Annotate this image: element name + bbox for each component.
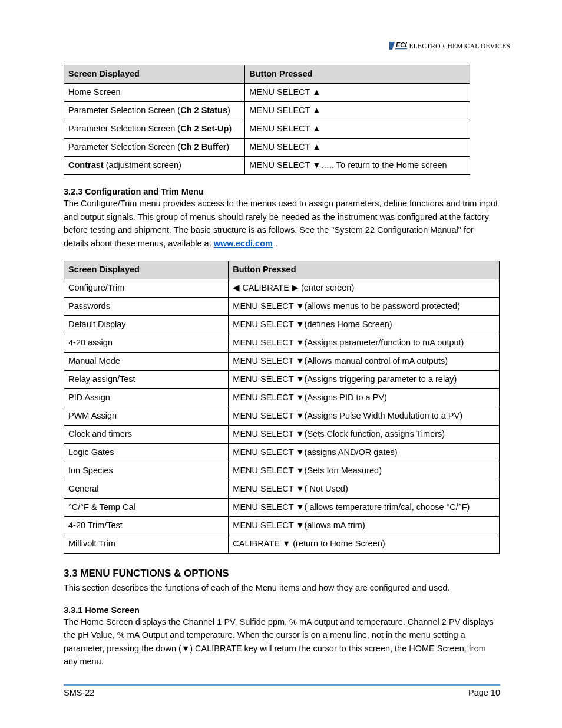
- cell-button: MENU SELECT ▼(Sets Clock function, assig…: [229, 426, 500, 444]
- table1-header-screen: Screen Displayed: [64, 65, 245, 84]
- cell-screen: General: [64, 480, 229, 499]
- cell-button: MENU SELECT ▼(assigns AND/OR gates): [229, 444, 500, 462]
- cell-screen: Contrast (adjustment screen): [64, 157, 245, 175]
- table-configure-trim: Screen Displayed Button Pressed Configur…: [64, 261, 500, 554]
- table-row: Parameter Selection Screen (Ch 2 Set-Up)…: [64, 120, 470, 139]
- cell-button: MENU SELECT ▼(Assigns triggering paramet…: [229, 371, 500, 389]
- cell-button: MENU SELECT ▼….. To return to the Home s…: [245, 157, 470, 175]
- table-row: PID AssignMENU SELECT ▼(Assigns PID to a…: [64, 389, 500, 407]
- cell-screen: Logic Gates: [64, 444, 229, 462]
- cell-button: MENU SELECT ▼(Assigns Pulse Width Modula…: [229, 407, 500, 426]
- para-331: The Home Screen displays the Channel 1 P…: [64, 615, 500, 668]
- cell-screen: PID Assign: [64, 389, 229, 407]
- cell-button: MENU SELECT ▼(Allows manual control of m…: [229, 353, 500, 371]
- brand-logo-icon: ECD: [389, 40, 407, 51]
- cell-screen: Parameter Selection Screen (Ch 2 Set-Up): [64, 120, 245, 139]
- table2-header-screen: Screen Displayed: [64, 261, 229, 279]
- cell-screen: Manual Mode: [64, 353, 229, 371]
- cell-screen: °C/°F & Temp Cal: [64, 499, 229, 517]
- cell-button: MENU SELECT ▼(allows mA trim): [229, 517, 500, 535]
- cell-button: ◀ CALIBRATE ▶ (enter screen): [229, 279, 500, 297]
- table-row: PasswordsMENU SELECT ▼(allows menus to b…: [64, 298, 500, 316]
- link-ecdi[interactable]: www.ecdi.com: [214, 239, 273, 248]
- cell-button: MENU SELECT ▼( Not Used): [229, 480, 500, 499]
- heading-323: 3.2.3 Configuration and Trim Menu: [64, 187, 500, 196]
- table-row: Contrast (adjustment screen) MENU SELECT…: [64, 157, 470, 175]
- cell-button: MENU SELECT ▼(defines Home Screen): [229, 316, 500, 334]
- table1-header-button: Button Pressed: [245, 65, 470, 84]
- para-33: This section describes the functions of …: [64, 581, 500, 594]
- cell-screen: Default Display: [64, 316, 229, 334]
- table-row: Home Screen MENU SELECT ▲: [64, 84, 470, 102]
- svg-rect-0: [389, 42, 395, 50]
- table-row: PWM AssignMENU SELECT ▼(Assigns Pulse Wi…: [64, 407, 500, 426]
- heading-331: 3.3.1 Home Screen: [64, 605, 500, 615]
- table-row: 4-20 assignMENU SELECT ▼(Assigns paramet…: [64, 334, 500, 353]
- cell-screen: Configure/Trim: [64, 279, 229, 297]
- cell-screen: Home Screen: [64, 84, 245, 102]
- cell-button: MENU SELECT ▲: [245, 139, 470, 157]
- cell-screen: Millivolt Trim: [64, 535, 229, 554]
- cell-button: MENU SELECT ▼(Sets Ion Measured): [229, 462, 500, 480]
- cell-screen: Ion Species: [64, 462, 229, 480]
- table-row: °C/°F & Temp CalMENU SELECT ▼( allows te…: [64, 499, 500, 517]
- brand-name: ELECTRO-CHEMICAL DEVICES: [409, 42, 510, 50]
- table-row: Default DisplayMENU SELECT ▼(defines Hom…: [64, 316, 500, 334]
- table-row: Parameter Selection Screen (Ch 2 Status)…: [64, 102, 470, 120]
- cell-screen: Parameter Selection Screen (Ch 2 Buffer): [64, 139, 245, 157]
- table-row: Parameter Selection Screen (Ch 2 Buffer)…: [64, 139, 470, 157]
- svg-text:ECD: ECD: [396, 41, 407, 48]
- cell-screen: 4-20 Trim/Test: [64, 517, 229, 535]
- table-row: Clock and timersMENU SELECT ▼(Sets Clock…: [64, 426, 500, 444]
- cell-screen: 4-20 assign: [64, 334, 229, 353]
- footer-doc-id: SMS-22: [64, 688, 94, 697]
- footer-page-number: Page 10: [468, 688, 500, 697]
- table-row: Ion SpeciesMENU SELECT ▼(Sets Ion Measur…: [64, 462, 500, 480]
- cell-button: MENU SELECT ▼( allows temperature trim/c…: [229, 499, 500, 517]
- cell-button: MENU SELECT ▼(allows menus to be passwor…: [229, 298, 500, 316]
- cell-button: CALIBRATE ▼ (return to Home Screen): [229, 535, 500, 554]
- cell-screen: Passwords: [64, 298, 229, 316]
- table-contrast-menu: Screen Displayed Button Pressed Home Scr…: [64, 65, 470, 175]
- cell-button: MENU SELECT ▲: [245, 120, 470, 139]
- cell-button: MENU SELECT ▲: [245, 84, 470, 102]
- para-323: The Configure/Trim menu provides access …: [64, 197, 500, 250]
- cell-screen: Clock and timers: [64, 426, 229, 444]
- table-row: GeneralMENU SELECT ▼( Not Used): [64, 480, 500, 499]
- cell-button: MENU SELECT ▼(Assigns parameter/function…: [229, 334, 500, 353]
- cell-screen: Relay assign/Test: [64, 371, 229, 389]
- table-row: Configure/Trim◀ CALIBRATE ▶ (enter scree…: [64, 279, 500, 297]
- table-row: 4-20 Trim/TestMENU SELECT ▼(allows mA tr…: [64, 517, 500, 535]
- table-row: Relay assign/TestMENU SELECT ▼(Assigns t…: [64, 371, 500, 389]
- cell-screen: Parameter Selection Screen (Ch 2 Status): [64, 102, 245, 120]
- table-row: Millivolt TrimCALIBRATE ▼ (return to Hom…: [64, 535, 500, 554]
- brand-header: ECD ELECTRO-CHEMICAL DEVICES: [389, 40, 510, 51]
- cell-button: MENU SELECT ▼(Assigns PID to a PV): [229, 389, 500, 407]
- heading-33: 3.3 MENU FUNCTIONS & OPTIONS: [64, 568, 500, 579]
- cell-screen: PWM Assign: [64, 407, 229, 426]
- table2-header-button: Button Pressed: [229, 261, 500, 279]
- cell-button: MENU SELECT ▲: [245, 102, 470, 120]
- page-footer: SMS-22 Page 10: [64, 684, 500, 697]
- table-row: Logic GatesMENU SELECT ▼(assigns AND/OR …: [64, 444, 500, 462]
- table-row: Manual ModeMENU SELECT ▼(Allows manual c…: [64, 353, 500, 371]
